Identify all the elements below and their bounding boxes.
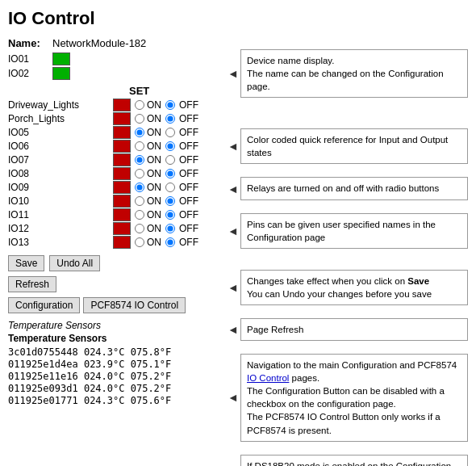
on-radio[interactable]	[135, 155, 144, 165]
configuration-button[interactable]: Configuration	[8, 297, 80, 313]
name-row: Name: NetworkModule-182	[8, 37, 218, 49]
save-button[interactable]: Save	[8, 255, 44, 271]
io02-label: IO02	[8, 68, 52, 79]
callout-changes: Changes take effect when you click on Sa…	[240, 270, 468, 305]
io-radio-group[interactable]: ON OFF	[134, 223, 198, 234]
io-radio-group[interactable]: ON OFF	[134, 237, 198, 248]
io-status-indicator	[113, 208, 131, 221]
io-status-indicator	[113, 181, 131, 194]
callout-device-name-line2: The name can be changed on the Configura…	[247, 69, 444, 91]
io-status-indicator	[113, 222, 131, 235]
io-radio-group[interactable]: ON OFF	[134, 195, 198, 207]
on-radio[interactable]	[135, 237, 144, 247]
callout-refresh-row: ◄ Page Refresh	[240, 318, 468, 341]
callout-relays: Relays are turned on and off with radio …	[240, 177, 468, 199]
io-status-indicator	[113, 126, 131, 139]
io-radio-group[interactable]: ON OFF	[134, 113, 198, 124]
io-row-name: IO11	[8, 209, 113, 220]
table-row: IO05 ON OFF	[8, 126, 218, 139]
callout-device-name: Device name display. The name can be cha…	[240, 49, 468, 98]
off-radio[interactable]	[165, 210, 175, 220]
io-row-name: IO05	[8, 127, 113, 138]
callout-refresh: Page Refresh	[240, 318, 468, 341]
name-label: Name:	[8, 37, 52, 49]
arrow-icon: ◄	[228, 140, 239, 153]
on-radio[interactable]	[135, 224, 144, 233]
device-name-value: NetworkModule-182	[52, 37, 146, 49]
on-radio[interactable]	[135, 141, 144, 151]
temp-subsection-title: Temperature Sensors	[8, 333, 218, 344]
callout-nav-line4: The Configuration Button can be disabled…	[247, 386, 445, 396]
on-radio[interactable]	[135, 196, 144, 206]
io-radio-group[interactable]: ON OFF	[134, 99, 198, 111]
callout-nav-line3: pages.	[289, 373, 319, 383]
off-radio[interactable]	[165, 237, 175, 247]
off-radio[interactable]	[165, 169, 175, 178]
callout-nav-line2: IO Control	[247, 373, 289, 383]
io-status-indicator	[113, 167, 131, 180]
off-radio[interactable]	[165, 155, 175, 165]
io-row-name: IO12	[8, 223, 113, 234]
callout-navigation: Navigation to the main Configuration and…	[240, 354, 468, 442]
save-emphasis: Save	[407, 276, 429, 286]
on-radio[interactable]	[135, 210, 144, 220]
on-radio[interactable]	[135, 100, 144, 110]
callout-relays-row: ◄ Relays are turned on and off with radi…	[240, 177, 468, 199]
callout-changes-row: ◄ Changes take effect when you click on …	[240, 270, 468, 305]
io-status-indicator	[113, 195, 131, 208]
table-row: Driveway_Lights ON OFF	[8, 99, 218, 111]
callout-pins-line2: Configuration page	[247, 233, 325, 242]
on-radio[interactable]	[135, 169, 144, 178]
arrow-icon: ◄	[228, 281, 239, 294]
callout-nav-line5: checkbox on the configuration page.	[247, 399, 396, 409]
callout-nav-line1: Navigation to the main Configuration and…	[247, 360, 457, 370]
off-radio[interactable]	[165, 183, 175, 192]
off-radio[interactable]	[165, 100, 175, 110]
table-row: IO12 ON OFF	[8, 222, 218, 235]
refresh-row: Refresh	[8, 276, 218, 292]
callout-nav-line6: The PCF8574 IO Control Button only works…	[247, 412, 441, 422]
arrow-icon: ◄	[228, 225, 239, 237]
io-radio-group[interactable]: ON OFF	[134, 154, 198, 166]
left-panel: Name: NetworkModule-182 IO01 IO02 SET Dr…	[8, 37, 218, 466]
io02-indicator	[52, 67, 70, 80]
table-row: Porch_Lights ON OFF	[8, 112, 218, 125]
arrow-icon: ◄	[228, 323, 239, 336]
callout-refresh-text: Page Refresh	[247, 325, 303, 334]
callout-pins: Pins can be given user specified names i…	[240, 213, 468, 249]
callout-pins-line1: Pins can be given user specified names i…	[247, 220, 436, 229]
table-row: IO11 ON OFF	[8, 208, 218, 221]
set-section: SET Driveway_Lights ON OFF Porch_Lights	[8, 85, 218, 249]
off-radio[interactable]	[165, 141, 175, 151]
refresh-button[interactable]: Refresh	[8, 276, 56, 292]
off-radio[interactable]	[165, 196, 175, 206]
on-radio[interactable]	[135, 114, 144, 124]
io-radio-group[interactable]: ON OFF	[134, 127, 198, 138]
set-header-label: SET	[129, 85, 149, 97]
io-radio-group[interactable]: ON OFF	[134, 182, 198, 193]
off-radio[interactable]	[165, 114, 175, 124]
io-radio-group[interactable]: ON OFF	[134, 168, 198, 179]
io-radio-group[interactable]: ON OFF	[134, 141, 198, 152]
io-status-indicator	[113, 236, 131, 249]
callout-color-text: Color coded quick reference for Input an…	[247, 135, 448, 157]
undo-all-button[interactable]: Undo All	[49, 255, 100, 271]
callout-device-name-line1: Device name display.	[247, 56, 334, 65]
io-row-name: IO07	[8, 154, 113, 166]
off-radio[interactable]	[165, 224, 175, 233]
io-radio-group[interactable]: ON OFF	[134, 209, 198, 220]
io-status-indicator	[113, 99, 131, 111]
off-radio[interactable]	[165, 128, 175, 137]
callout-color: Color coded quick reference for Input an…	[240, 128, 468, 164]
save-undo-row: Save Undo All	[8, 255, 218, 271]
temp-row: 011925e1d4ea 023.9°C 075.1°F	[8, 359, 218, 370]
callout-ds18b20-line1: If DS18B20 mode is enabled on the Config…	[247, 461, 451, 466]
io-row-name: Porch_Lights	[8, 113, 113, 124]
arrow-icon: ◄	[228, 391, 239, 404]
pcf-button[interactable]: PCF8574 IO Control	[83, 297, 186, 313]
on-radio[interactable]	[135, 183, 144, 192]
callout-changes-line2: You can Undo your changes before you sav…	[247, 289, 432, 299]
io01-indicator	[52, 52, 70, 65]
on-radio[interactable]	[135, 128, 144, 137]
callout-changes-line1: Changes take effect when you click on Sa…	[247, 276, 429, 286]
